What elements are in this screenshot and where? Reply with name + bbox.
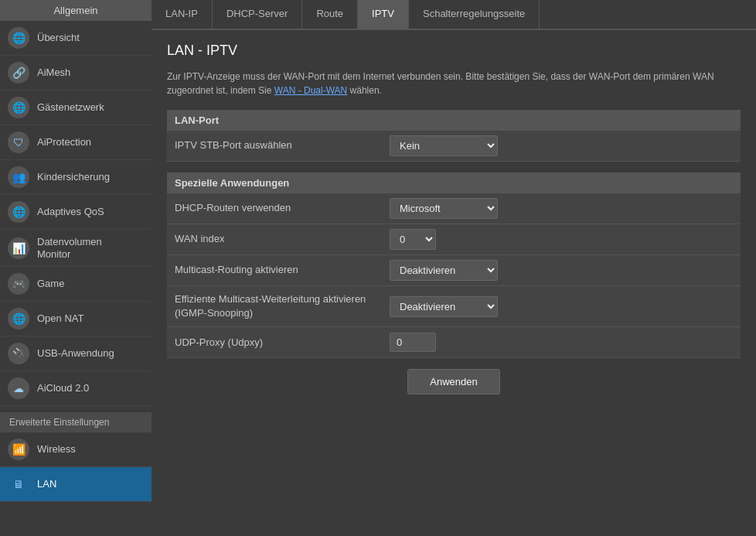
sidebar-label-aiprotection: AiProtection (37, 136, 91, 149)
dhcp-routen-label: DHCP-Routen verwenden (167, 195, 383, 221)
spezielle-anwendungen-header: Spezielle Anwendungen (167, 172, 741, 193)
sidebar-item-game[interactable]: 🎮 Game (0, 267, 152, 302)
sidebar-item-gaestenetzwerk[interactable]: 🌐 Gästenetzwerk (0, 90, 152, 125)
iptv-stb-select[interactable]: Kein LAN1 LAN2 LAN3 LAN4 (390, 135, 498, 156)
sidebar-item-aiprotection[interactable]: 🛡 AiProtection (0, 125, 152, 160)
opennat-icon: 🌐 (8, 308, 29, 329)
sidebar-label-adaptivesqos: Adaptives QoS (37, 206, 104, 218)
udp-proxy-row: UDP-Proxy (Udpxy) (167, 327, 741, 358)
igmp-snooping-row: Effiziente Multicast-Weiterleitung aktiv… (167, 286, 741, 327)
sidebar-item-datenvolumen[interactable]: 📊 Datenvolumen Monitor (0, 230, 152, 267)
iptv-stb-control: Kein LAN1 LAN2 LAN3 LAN4 (383, 131, 741, 161)
sidebar-item-aimesh[interactable]: 🔗 AiMesh (0, 56, 152, 90)
sidebar-label-kindersicherung: Kindersicherung (37, 171, 110, 183)
igmp-snooping-label: Effiziente Multicast-Weiterleitung aktiv… (167, 286, 383, 326)
kindersicherung-icon: 👥 (8, 166, 29, 188)
tab-dhcp-server[interactable]: DHCP-Server (213, 0, 302, 29)
multicast-routing-label: Multicast-Routing aktivieren (167, 257, 383, 283)
lan-port-section: LAN-Port IPTV STB-Port auswählen Kein LA… (167, 110, 741, 162)
tab-schalter[interactable]: Schalterregelungsseite (409, 0, 540, 29)
wireless-icon: 📶 (8, 439, 29, 460)
sidebar-label-aicloud: AiCloud 2.0 (37, 382, 89, 394)
spezielle-anwendungen-section: Spezielle Anwendungen DHCP-Routen verwen… (167, 172, 741, 358)
aimesh-icon: 🔗 (8, 62, 29, 84)
lan-icon: 🖥 (8, 473, 29, 495)
sidebar: Allgemein 🌐 Übersicht 🔗 AiMesh 🌐 Gästene… (0, 0, 152, 536)
multicast-routing-control: Deaktivieren Aktivieren (383, 255, 741, 285)
iptv-stb-label: IPTV STB-Port auswählen (167, 132, 383, 159)
content-area: LAN - IPTV Zur IPTV-Anzeige muss der WAN… (152, 30, 756, 536)
apply-button[interactable]: Anwenden (407, 369, 499, 394)
wan-index-row: WAN index 0 1 (167, 224, 741, 255)
sidebar-item-uebersicht[interactable]: 🌐 Übersicht (0, 21, 152, 56)
gaestenetzwerk-icon: 🌐 (8, 97, 29, 118)
sidebar-section-erweiterte: Erweiterte Einstellungen (0, 412, 152, 432)
sidebar-label-gaestenetzwerk: Gästenetzwerk (37, 101, 104, 114)
sidebar-label-game: Game (37, 278, 64, 290)
wan-index-label: WAN index (167, 226, 383, 252)
igmp-snooping-select[interactable]: Deaktivieren Aktivieren (390, 296, 498, 317)
sidebar-item-adaptivesqos[interactable]: 🌐 Adaptives QoS (0, 195, 152, 230)
sidebar-label-uebersicht: Übersicht (37, 32, 80, 44)
multicast-routing-row: Multicast-Routing aktivieren Deaktiviere… (167, 255, 741, 286)
tab-bar: LAN-IP DHCP-Server Route IPTV Schalterre… (152, 0, 756, 30)
sidebar-item-aicloud[interactable]: ☁ AiCloud 2.0 (0, 371, 152, 406)
igmp-snooping-control: Deaktivieren Aktivieren (383, 292, 741, 322)
dhcp-routen-control: Microsoft Deaktivieren Aktivieren (383, 193, 741, 224)
tab-route[interactable]: Route (302, 0, 358, 29)
multicast-routing-select[interactable]: Deaktivieren Aktivieren (390, 260, 498, 281)
lan-port-header: LAN-Port (167, 110, 741, 131)
sidebar-label-lan: LAN (37, 478, 56, 490)
aicloud-icon: ☁ (8, 377, 29, 399)
wan-index-control: 0 1 (383, 224, 741, 254)
page-title: LAN - IPTV (167, 43, 741, 59)
sidebar-item-usbanwendung[interactable]: 🔌 USB-Anwendung (0, 336, 152, 371)
sidebar-item-opennat[interactable]: 🌐 Open NAT (0, 302, 152, 336)
sidebar-item-lan[interactable]: 🖥 LAN (0, 467, 152, 502)
aiprotection-icon: 🛡 (8, 131, 29, 153)
game-icon: 🎮 (8, 273, 29, 295)
uebersicht-icon: 🌐 (8, 27, 29, 49)
sidebar-label-opennat: Open NAT (37, 312, 83, 325)
dhcp-routen-row: DHCP-Routen verwenden Microsoft Deaktivi… (167, 193, 741, 224)
sidebar-label-wireless: Wireless (37, 443, 76, 456)
adaptivesqos-icon: 🌐 (8, 201, 29, 223)
udp-proxy-control (383, 328, 741, 357)
sidebar-item-kindersicherung[interactable]: 👥 Kindersicherung (0, 160, 152, 195)
wan-index-select[interactable]: 0 1 (390, 229, 436, 250)
iptv-stb-row: IPTV STB-Port auswählen Kein LAN1 LAN2 L… (167, 131, 741, 162)
udp-proxy-label: UDP-Proxy (Udpxy) (167, 329, 383, 356)
tab-iptv[interactable]: IPTV (358, 0, 409, 29)
datenvolumen-icon: 📊 (8, 237, 29, 259)
sidebar-label-usbanwendung: USB-Anwendung (37, 347, 114, 360)
dhcp-routen-select[interactable]: Microsoft Deaktivieren Aktivieren (390, 198, 498, 219)
sidebar-item-wireless[interactable]: 📶 Wireless (0, 432, 152, 467)
sidebar-label-aimesh: AiMesh (37, 67, 70, 79)
tab-lan-ip[interactable]: LAN-IP (152, 0, 213, 29)
udp-proxy-input[interactable] (390, 333, 436, 352)
wan-dual-wan-link[interactable]: WAN - Dual-WAN (274, 85, 347, 96)
info-text: Zur IPTV-Anzeige muss der WAN-Port mit d… (167, 70, 741, 97)
sidebar-label-datenvolumen: Datenvolumen Monitor (37, 236, 102, 260)
usbanwendung-icon: 🔌 (8, 343, 29, 364)
main-content: LAN-IP DHCP-Server Route IPTV Schalterre… (152, 0, 756, 536)
sidebar-section-allgemein: Allgemein (0, 0, 152, 21)
